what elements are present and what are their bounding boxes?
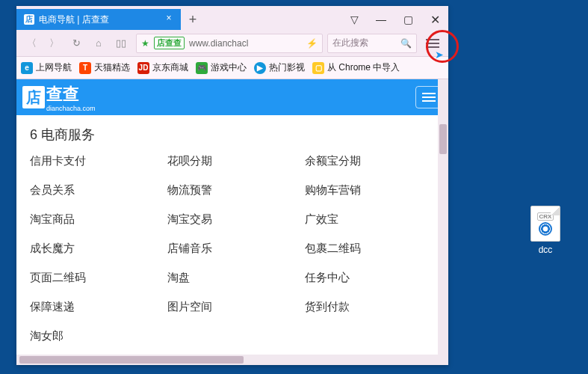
- service-link[interactable]: 花呗分期: [167, 154, 297, 168]
- bookmarks-bar: e 上网导航 T 天猫精选 JD 京东商城 🎮 游戏中心 ▶ 热门影视 ▢ 从 …: [16, 57, 448, 79]
- bookmark-icon: JD: [137, 62, 149, 74]
- service-link[interactable]: 店铺音乐: [167, 242, 297, 256]
- search-icon[interactable]: 🔍: [400, 38, 412, 49]
- search-placeholder: 在此搜索: [332, 37, 368, 49]
- bookmark-icon: ▶: [254, 62, 266, 74]
- bookmark-label: 热门影视: [269, 61, 305, 74]
- url-text: www.dianchacl: [189, 38, 302, 49]
- bookmark-item[interactable]: T 天猫精选: [79, 61, 130, 74]
- desktop-file-icon[interactable]: CRX dcc: [523, 206, 568, 255]
- window-close-button[interactable]: ✕: [421, 9, 448, 30]
- service-link[interactable]: 物流预警: [167, 183, 297, 197]
- service-link[interactable]: 任务中心: [305, 271, 435, 285]
- forward-button[interactable]: 〉: [43, 33, 64, 54]
- horizontal-scrollbar[interactable]: [16, 355, 438, 365]
- site-badge: 店查查: [154, 37, 185, 49]
- service-link[interactable]: 图片空间: [167, 300, 297, 314]
- scrollbar-thumb[interactable]: [19, 356, 244, 364]
- bookmark-item[interactable]: e 上网导航: [21, 61, 72, 74]
- file-name: dcc: [523, 245, 568, 255]
- gear-icon: [539, 222, 552, 236]
- home-button[interactable]: ⌂: [88, 33, 109, 54]
- logo-subtext: dianchacha.com: [46, 105, 96, 112]
- bookmark-item[interactable]: ▶ 热门影视: [254, 61, 305, 74]
- reader-button[interactable]: ▯▯: [111, 33, 131, 54]
- bookmark-label: 京东商城: [152, 61, 188, 74]
- links-grid: 信用卡支付花呗分期余额宝分期会员关系物流预警购物车营销淘宝商品淘宝交易广效宝成长…: [30, 154, 435, 343]
- service-link[interactable]: 包裹二维码: [305, 242, 435, 256]
- service-link[interactable]: 淘女郎: [30, 329, 160, 343]
- service-link[interactable]: 淘宝商品: [30, 212, 160, 227]
- bookmark-label: 天猫精选: [94, 61, 130, 74]
- site-logo[interactable]: 店 查查 dianchacha.com: [22, 83, 96, 112]
- reload-button[interactable]: ↻: [66, 33, 87, 54]
- service-link[interactable]: 淘盘: [167, 271, 297, 285]
- search-box[interactable]: 在此搜索 🔍: [327, 34, 417, 53]
- address-bar[interactable]: ★ 店查查 www.dianchacl ⚡: [136, 34, 323, 53]
- new-tab-button[interactable]: +: [181, 9, 205, 30]
- bookmark-item[interactable]: ▢ 从 Chrome 中导入: [312, 61, 400, 74]
- page-header: 店 查查 dianchacha.com: [16, 79, 448, 115]
- tab-title: 电商导航 | 店查查: [39, 13, 109, 26]
- crx-badge: CRX: [537, 212, 554, 221]
- bookmark-icon: T: [79, 62, 91, 74]
- service-link[interactable]: 购物车营销: [305, 183, 435, 197]
- browser-window: 店 电商导航 | 店查查 × + ▽ — ▢ ✕ 〈 〉 ↻ ⌂ ▯▯ ★ 店查…: [16, 6, 448, 365]
- browser-toolbar: 〈 〉 ↻ ⌂ ▯▯ ★ 店查查 www.dianchacl ⚡ 在此搜索 🔍: [16, 30, 448, 57]
- bookmark-star-icon[interactable]: ★: [141, 38, 149, 49]
- service-link[interactable]: 广效宝: [305, 212, 435, 227]
- back-button[interactable]: 〈: [21, 33, 42, 54]
- bookmark-label: 从 Chrome 中导入: [327, 61, 400, 74]
- tab-close-button[interactable]: ×: [163, 13, 175, 25]
- service-link[interactable]: 余额宝分期: [305, 154, 435, 168]
- bolt-icon: ⚡: [306, 38, 318, 49]
- service-link[interactable]: 信用卡支付: [30, 154, 160, 168]
- tab-strip: 店 电商导航 | 店查查 × + ▽ — ▢ ✕: [16, 6, 448, 30]
- bookmark-item[interactable]: JD 京东商城: [137, 61, 188, 74]
- service-link[interactable]: 保障速递: [30, 300, 160, 314]
- section-title: 6 电商服务: [30, 126, 435, 144]
- window-minimize-button[interactable]: —: [368, 9, 394, 30]
- scrollbar-thumb[interactable]: [439, 124, 447, 154]
- service-link[interactable]: 货到付款: [305, 300, 435, 314]
- service-link[interactable]: 页面二维码: [30, 271, 160, 285]
- menu-button[interactable]: [421, 32, 444, 55]
- scroll-corner: [438, 355, 448, 365]
- hamburger-icon: [426, 39, 439, 48]
- window-maximize-button[interactable]: ▢: [394, 9, 421, 30]
- file-icon: CRX: [530, 206, 560, 242]
- logo-text: 查查: [46, 85, 79, 103]
- vertical-scrollbar[interactable]: [438, 79, 448, 355]
- bookmark-label: 游戏中心: [211, 61, 247, 74]
- hamburger-icon: [422, 93, 436, 102]
- bookmark-icon: ▢: [312, 62, 324, 74]
- service-link[interactable]: 淘宝交易: [167, 212, 297, 227]
- window-controls: ▽ — ▢ ✕: [341, 9, 448, 30]
- logo-mark: 店: [22, 86, 45, 108]
- bookmark-item[interactable]: 🎮 游戏中心: [196, 61, 247, 74]
- filter-icon[interactable]: ▽: [341, 9, 368, 30]
- tab-favicon: 店: [24, 14, 34, 25]
- service-link[interactable]: 会员关系: [30, 183, 160, 197]
- page-content: 店 查查 dianchacha.com 6 电商服务 信用卡支付花呗分期余额宝分…: [16, 79, 448, 365]
- service-link[interactable]: 成长魔方: [30, 242, 160, 256]
- bookmark-icon: 🎮: [196, 62, 208, 74]
- bookmark-label: 上网导航: [36, 61, 72, 74]
- section-ecommerce-services: 6 电商服务 信用卡支付花呗分期余额宝分期会员关系物流预警购物车营销淘宝商品淘宝…: [16, 115, 448, 358]
- bookmark-icon: e: [21, 62, 33, 74]
- browser-tab[interactable]: 店 电商导航 | 店查查 ×: [16, 9, 181, 30]
